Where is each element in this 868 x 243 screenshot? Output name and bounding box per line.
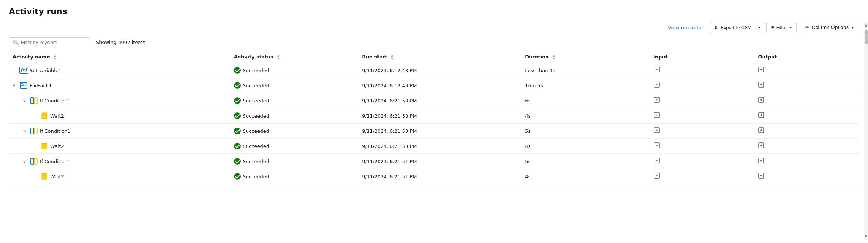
scrollbar-right: ▲ ▼ xyxy=(864,22,868,240)
activity-name-text: Wait2 xyxy=(50,113,64,119)
sort-icon-run-start[interactable] xyxy=(390,55,394,60)
input-icon[interactable] xyxy=(653,67,660,74)
output-icon[interactable] xyxy=(758,173,764,180)
column-options-icon: ✏ xyxy=(805,24,810,30)
activity-name-text: Set variable1 xyxy=(30,68,61,73)
input-cell xyxy=(650,124,755,139)
input-icon[interactable] xyxy=(653,128,660,135)
output-icon[interactable] xyxy=(758,113,764,120)
output-icon[interactable] xyxy=(758,128,764,135)
input-icon[interactable] xyxy=(653,113,660,120)
succeeded-icon xyxy=(234,143,241,149)
column-options-label: Column Options xyxy=(812,24,849,30)
table-row: ∨ If Condition1Succeeded9/11/2024, 6:21:… xyxy=(9,93,859,108)
run-start-cell: 9/11/2024, 6:21:53 PM xyxy=(358,124,521,139)
expand-collapse-icon[interactable]: ∨ xyxy=(23,98,28,103)
wait-icon xyxy=(41,173,48,180)
succeeded-icon xyxy=(234,97,241,104)
activity-name-cell: ∨ If Condition1 xyxy=(9,154,230,169)
table-container: Activity name Activity status Run start xyxy=(9,51,859,184)
succeeded-icon xyxy=(234,82,241,89)
duration-cell: 10m 5s xyxy=(521,78,650,93)
sort-icon-activity-name[interactable] xyxy=(53,55,57,60)
sort-icon-duration[interactable] xyxy=(552,55,556,60)
input-icon[interactable] xyxy=(653,82,660,90)
scrollbar-thumb[interactable] xyxy=(865,30,868,44)
svg-rect-4 xyxy=(24,84,26,86)
search-input[interactable] xyxy=(21,40,86,45)
activity-name-text: ForEach1 xyxy=(30,83,52,88)
page-container: Activity runs View run detail ⬇ Export t… xyxy=(0,0,868,243)
col-header-input: Input xyxy=(650,51,755,63)
svg-rect-23 xyxy=(31,158,34,164)
download-icon: ⬇ xyxy=(714,24,718,30)
status-text: Succeeded xyxy=(243,144,269,149)
export-csv-main[interactable]: ⬇ Export to CSV xyxy=(710,22,755,33)
activity-name-text: If Condition1 xyxy=(40,98,71,104)
duration-cell: 4s xyxy=(521,169,650,184)
activity-status-cell: Succeeded xyxy=(230,93,359,108)
input-cell xyxy=(650,108,755,124)
output-icon[interactable] xyxy=(758,82,764,90)
table-row: Wait2Succeeded9/11/2024, 6:21:58 PM4s xyxy=(9,108,859,124)
input-icon[interactable] xyxy=(653,98,660,105)
search-bar-row: 🔍 Showing 4002 items xyxy=(9,37,859,47)
table-row: Wait2Succeeded9/11/2024, 6:21:53 PM4s xyxy=(9,139,859,154)
table-row: ∨ If Condition1Succeeded9/11/2024, 6:21:… xyxy=(9,154,859,169)
scrollbar-down-arrow[interactable]: ▼ xyxy=(864,233,868,239)
output-icon[interactable] xyxy=(758,98,764,105)
col-header-activity-name: Activity name xyxy=(9,51,230,63)
input-cell xyxy=(650,169,755,184)
col-header-activity-status: Activity status xyxy=(230,51,359,63)
output-icon[interactable] xyxy=(758,143,764,150)
status-text: Succeeded xyxy=(243,68,269,73)
input-cell xyxy=(650,78,755,93)
input-cell xyxy=(650,93,755,108)
wait-icon xyxy=(41,112,48,119)
view-run-detail-link[interactable]: View run detail xyxy=(668,25,704,30)
toolbar: View run detail ⬇ Export to CSV ▾ ≡ Filt… xyxy=(9,22,859,33)
status-text: Succeeded xyxy=(243,83,269,88)
activity-name-cell: Wait2 xyxy=(9,108,230,124)
output-icon[interactable] xyxy=(758,158,764,165)
table-header-row: Activity name Activity status Run start xyxy=(9,51,859,63)
col-header-duration: Duration xyxy=(521,51,650,63)
run-start-cell: 9/11/2024, 6:21:58 PM xyxy=(358,93,521,108)
export-csv-button[interactable]: ⬇ Export to CSV ▾ xyxy=(710,22,763,33)
input-icon[interactable] xyxy=(653,158,660,165)
table-row: Wait2Succeeded9/11/2024, 6:21:51 PM4s xyxy=(9,169,859,184)
chevron-down-icon: ▾ xyxy=(758,26,760,30)
input-icon[interactable] xyxy=(653,173,660,180)
foreach-icon xyxy=(20,82,27,89)
output-cell xyxy=(754,63,859,78)
filter-icon: ≡ xyxy=(771,24,774,30)
duration-cell: 5s xyxy=(521,124,650,139)
wait-icon xyxy=(41,142,48,150)
sort-icon-activity-status[interactable] xyxy=(277,55,280,60)
column-options-button[interactable]: ✏ Column Options ▾ xyxy=(800,22,859,33)
filter-button[interactable]: ≡ Filter ▾ xyxy=(766,22,797,33)
run-start-cell: 9/11/2024, 6:21:51 PM xyxy=(358,154,521,169)
svg-rect-24 xyxy=(34,158,37,164)
scrollbar-up-arrow[interactable]: ▲ xyxy=(864,22,868,28)
input-cell xyxy=(650,139,755,154)
ifcondition-icon xyxy=(30,158,38,165)
input-icon[interactable] xyxy=(653,143,660,150)
svg-rect-3 xyxy=(21,84,23,86)
activity-status-cell: Succeeded xyxy=(230,124,359,139)
export-csv-dropdown[interactable]: ▾ xyxy=(755,23,763,32)
run-start-cell: 9/11/2024, 6:12:49 PM xyxy=(358,78,521,93)
column-options-chevron-icon: ▾ xyxy=(852,26,854,30)
duration-cell: 5s xyxy=(521,154,650,169)
activity-name-text: Wait2 xyxy=(50,144,64,149)
output-icon[interactable] xyxy=(758,67,764,74)
expand-collapse-icon[interactable]: ∨ xyxy=(13,83,18,88)
activity-name-text: If Condition1 xyxy=(40,128,71,134)
duration-cell: 4s xyxy=(521,108,650,124)
run-start-cell: 9/11/2024, 6:21:51 PM xyxy=(358,169,521,184)
expand-collapse-icon[interactable]: ∨ xyxy=(23,129,28,134)
svg-rect-8 xyxy=(34,98,37,104)
expand-collapse-icon[interactable]: ∨ xyxy=(23,159,28,164)
col-header-output: Output xyxy=(754,51,859,63)
svg-rect-7 xyxy=(31,98,34,104)
